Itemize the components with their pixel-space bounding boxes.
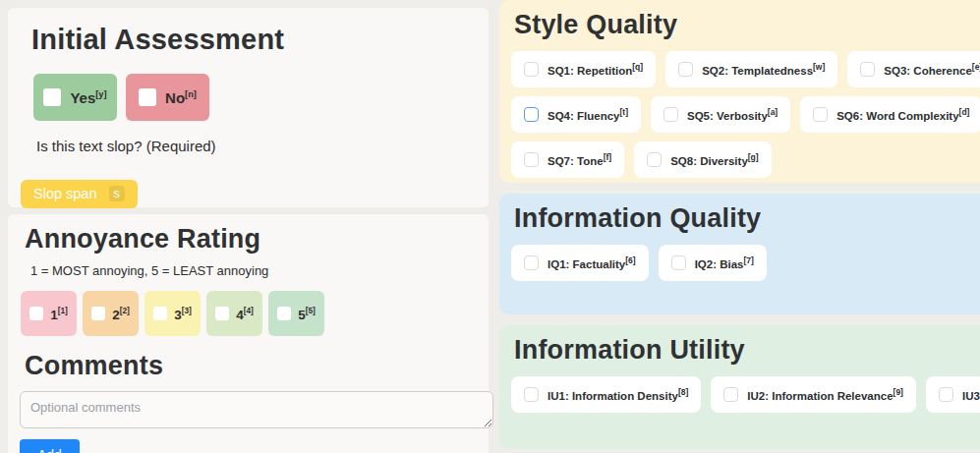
sq4-fluency-card[interactable]: SQ4: Fluency[t] (511, 96, 641, 133)
style-quality-row-1: SQ1: Repetition[q] SQ2: Templatedness[w]… (511, 51, 980, 87)
no-shortcut: [n] (185, 89, 197, 99)
information-quality-row: IQ1: Factuality[6] IQ2: Bias[7] (511, 245, 980, 281)
rating-1-checkbox[interactable] (29, 307, 43, 320)
rating-and-comments-panel: Annoyance Rating 1 = MOST annoying, 5 = … (8, 214, 489, 453)
sq7-tone-card[interactable]: SQ7: Tone[f] (511, 142, 624, 178)
rating-5-checkbox[interactable] (277, 307, 291, 320)
iu1-information-density-label: IU1: Information Density[8] (548, 387, 688, 402)
style-quality-row-3: SQ7: Tone[f] SQ8: Diversity[g] (511, 142, 980, 178)
iq1-factuality-checkbox[interactable] (524, 255, 539, 270)
rating-2-button[interactable]: 2[2] (83, 291, 139, 336)
initial-assessment-title: Initial Assessment (31, 24, 477, 56)
iu3-vagueness-card[interactable]: IU3: Vagueness[0] (926, 376, 980, 413)
sq4-fluency-label: SQ4: Fluency[t] (548, 107, 628, 122)
no-label: No[n] (165, 89, 197, 106)
iq1-factuality-label: IQ1: Factuality[6] (548, 255, 636, 270)
iq1-factuality-card[interactable]: IQ1: Factuality[6] (511, 245, 649, 281)
no-checkbox[interactable] (139, 88, 156, 106)
comments-title: Comments (25, 351, 477, 381)
sq2-templatedness-checkbox[interactable] (678, 62, 693, 77)
style-quality-title: Style Quality (514, 10, 980, 40)
iu2-information-relevance-label: IU2: Information Relevance[9] (747, 387, 903, 402)
sq6-word-complexity-card[interactable]: SQ6: Word Complexity[d] (800, 96, 980, 133)
yes-button[interactable]: Yes[y] (33, 74, 117, 121)
rating-2-label: 2[2] (112, 306, 130, 322)
right-column: Style Quality SQ1: Repetition[q] SQ2: Te… (499, 0, 980, 453)
rating-5-label: 5[5] (298, 306, 316, 322)
sq7-tone-label: SQ7: Tone[f] (548, 152, 611, 167)
sq3-coherence-label: SQ3: Coherence[e] (884, 62, 980, 77)
annoyance-rating-row: 1[1] 2[2] 3[3] 4[4] 5[5] (21, 291, 477, 336)
sq1-repetition-checkbox[interactable] (524, 62, 539, 77)
add-comment-button[interactable]: Add (20, 439, 80, 453)
rating-4-checkbox[interactable] (215, 307, 229, 320)
sq6-word-complexity-checkbox[interactable] (813, 107, 828, 122)
slop-question: Is this text slop? (Required) (36, 138, 477, 154)
sq8-diversity-label: SQ8: Diversity[g] (670, 152, 758, 167)
sq3-coherence-checkbox[interactable] (860, 62, 875, 77)
slop-option-row: Yes[y] No[n] (33, 74, 477, 121)
sq1-repetition-card[interactable]: SQ1: Repetition[q] (511, 51, 656, 87)
information-utility-title: Information Utility (514, 335, 980, 366)
annoyance-rating-title: Annoyance Rating (25, 224, 477, 255)
sq5-verbosity-label: SQ5: Verbosity[a] (687, 107, 778, 122)
initial-assessment-panel: Initial Assessment Yes[y] No[n] Is this … (8, 8, 489, 207)
iq2-bias-card[interactable]: IQ2: Bias[7] (659, 245, 767, 281)
iq2-bias-label: IQ2: Bias[7] (695, 255, 754, 270)
sq3-coherence-card[interactable]: SQ3: Coherence[e] (847, 51, 980, 87)
annotation-ui: Initial Assessment Yes[y] No[n] Is this … (0, 0, 980, 453)
iu1-information-density-card[interactable]: IU1: Information Density[8] (511, 376, 701, 413)
rating-2-checkbox[interactable] (91, 307, 105, 320)
rating-3-label: 3[3] (174, 306, 192, 322)
comments-textarea[interactable] (20, 391, 493, 428)
sq5-verbosity-card[interactable]: SQ5: Verbosity[a] (651, 96, 790, 133)
yes-shortcut: [y] (95, 89, 106, 99)
information-quality-section: Information Quality IQ1: Factuality[6] I… (499, 194, 980, 314)
rating-4-button[interactable]: 4[4] (206, 291, 262, 336)
sq8-diversity-card[interactable]: SQ8: Diversity[g] (634, 142, 771, 178)
rating-4-label: 4[4] (236, 306, 254, 322)
rating-3-checkbox[interactable] (153, 307, 167, 320)
yes-checkbox[interactable] (43, 88, 61, 106)
iu3-vagueness-checkbox[interactable] (939, 387, 953, 402)
style-quality-row-2: SQ4: Fluency[t] SQ5: Verbosity[a] SQ6: W… (511, 96, 980, 133)
sq2-templatedness-card[interactable]: SQ2: Templatedness[w] (665, 51, 837, 87)
information-quality-title: Information Quality (514, 203, 980, 234)
slop-span-shortcut: s (109, 186, 125, 201)
sq8-diversity-checkbox[interactable] (647, 152, 662, 167)
rating-5-button[interactable]: 5[5] (268, 291, 324, 336)
annoyance-rating-note: 1 = MOST annoying, 5 = LEAST annoying (30, 263, 477, 278)
sq5-verbosity-checkbox[interactable] (663, 107, 678, 122)
sq6-word-complexity-label: SQ6: Word Complexity[d] (836, 107, 969, 122)
no-button[interactable]: No[n] (126, 74, 209, 121)
sq7-tone-checkbox[interactable] (524, 152, 539, 167)
rating-1-label: 1[1] (50, 306, 68, 322)
left-column: Initial Assessment Yes[y] No[n] Is this … (0, 0, 489, 453)
style-quality-section: Style Quality SQ1: Repetition[q] SQ2: Te… (499, 0, 980, 183)
iq2-bias-checkbox[interactable] (671, 255, 686, 270)
information-utility-row: IU1: Information Density[8] IU2: Informa… (511, 376, 980, 413)
sq1-repetition-label: SQ1: Repetition[q] (548, 62, 643, 77)
iu2-information-relevance-checkbox[interactable] (723, 387, 738, 402)
rating-1-button[interactable]: 1[1] (21, 291, 77, 336)
rating-3-button[interactable]: 3[3] (144, 291, 201, 336)
sq2-templatedness-label: SQ2: Templatedness[w] (702, 62, 825, 77)
information-utility-section: Information Utility IU1: Information Den… (499, 325, 980, 449)
slop-span-label: Slop span (33, 186, 97, 201)
iu2-information-relevance-card[interactable]: IU2: Information Relevance[9] (711, 376, 916, 413)
iu3-vagueness-label: IU3: Vagueness[0] (962, 387, 980, 402)
iu1-information-density-checkbox[interactable] (524, 387, 539, 402)
slop-span-button[interactable]: Slop span s (21, 180, 138, 208)
sq4-fluency-checkbox[interactable] (524, 107, 539, 122)
yes-label: Yes[y] (70, 89, 106, 106)
